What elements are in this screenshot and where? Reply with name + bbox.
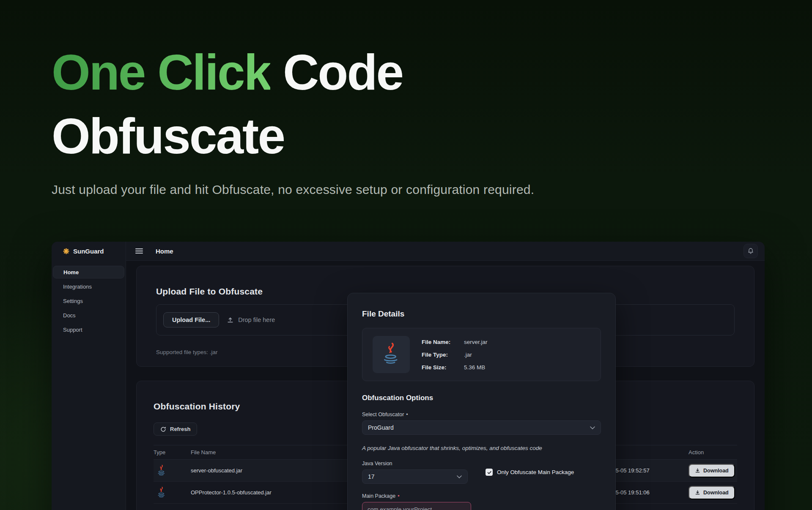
- main-package-label: Main Package •: [362, 493, 601, 499]
- sidebar-item-support[interactable]: Support: [53, 323, 124, 336]
- sidebar-item-label: Home: [63, 269, 79, 275]
- download-label: Download: [703, 490, 729, 496]
- col-action: Action: [689, 449, 737, 455]
- java-version-selected-value: 17: [368, 473, 375, 480]
- brand-name: SunGuard: [73, 248, 104, 255]
- java-icon: [156, 464, 167, 477]
- required-marker: •: [406, 412, 408, 417]
- file-name-value: server.jar: [464, 339, 488, 345]
- download-button[interactable]: Download: [689, 464, 735, 477]
- chevron-down-icon: [590, 426, 595, 429]
- main-package-input[interactable]: [362, 502, 471, 510]
- file-type-badge: [373, 336, 410, 373]
- app-window: SunGuard Home Integrations Settings Docs…: [52, 242, 765, 510]
- sidebar-item-label: Integrations: [63, 284, 92, 290]
- required-marker: •: [398, 493, 399, 499]
- download-icon: [695, 490, 700, 495]
- download-button[interactable]: Download: [689, 486, 735, 499]
- sidebar-item-home[interactable]: Home: [53, 266, 124, 278]
- file-size-value: 5.36 MB: [464, 364, 485, 371]
- hero-section: One Click Code Obfuscate Just upload you…: [52, 41, 534, 197]
- upload-icon: [227, 316, 234, 324]
- sidebar: SunGuard Home Integrations Settings Docs…: [52, 242, 126, 510]
- file-info-rows: File Name:server.jar File Type:.jar File…: [422, 339, 488, 371]
- page-title-accent: One Click: [52, 44, 270, 100]
- file-info-card: File Name:server.jar File Type:.jar File…: [362, 328, 601, 381]
- drop-hint-text: Drop file here: [238, 316, 275, 323]
- obfuscator-select[interactable]: ProGuard: [362, 420, 601, 435]
- sidebar-item-label: Support: [63, 327, 82, 333]
- file-type-value: .jar: [464, 352, 472, 358]
- obfuscator-selected-value: ProGuard: [368, 424, 394, 431]
- bell-icon: [747, 248, 754, 254]
- obfuscator-description: A popular Java obfuscator that shrinks, …: [362, 445, 601, 451]
- sidebar-item-integrations[interactable]: Integrations: [53, 280, 124, 293]
- sidebar-nav: Home Integrations Settings Docs Support: [52, 261, 126, 337]
- only-main-package-checkbox-group[interactable]: Only Obfuscate Main Package: [486, 469, 574, 476]
- java-icon: [156, 486, 167, 499]
- brand: SunGuard: [52, 242, 126, 261]
- sun-icon: [63, 248, 70, 255]
- download-icon: [695, 468, 700, 473]
- sidebar-item-label: Settings: [63, 298, 83, 304]
- menu-icon[interactable]: [135, 248, 143, 254]
- java-version-select[interactable]: 17: [362, 469, 468, 484]
- sidebar-item-docs[interactable]: Docs: [53, 309, 124, 322]
- main-content: Upload File to Obfuscate Upload File... …: [126, 261, 765, 510]
- only-main-package-label: Only Obfuscate Main Package: [497, 469, 574, 475]
- java-version-group: Java Version 17: [362, 451, 468, 484]
- download-label: Download: [703, 468, 729, 474]
- page-subtitle: Just upload your file and hit Obfuscate,…: [52, 183, 534, 197]
- file-name-label: File Name:: [422, 339, 464, 345]
- sidebar-item-label: Docs: [63, 312, 76, 319]
- java-icon: [380, 342, 402, 367]
- file-type-label: File Type:: [422, 352, 464, 358]
- select-obfuscator-label: Select Obfuscator •: [362, 412, 601, 417]
- java-version-row: Java Version 17 Only Obfuscate Main Pack…: [362, 451, 601, 484]
- notifications-button[interactable]: [743, 244, 758, 258]
- drop-hint: Drop file here: [227, 316, 275, 324]
- modal-title: File Details: [362, 309, 601, 319]
- chevron-down-icon: [457, 475, 462, 478]
- checkbox-checked-icon[interactable]: [486, 469, 493, 476]
- file-size-label: File Size:: [422, 364, 464, 371]
- refresh-button[interactable]: Refresh: [154, 423, 197, 436]
- sidebar-item-settings[interactable]: Settings: [53, 295, 124, 307]
- java-version-label: Java Version: [362, 461, 468, 466]
- refresh-icon: [160, 426, 166, 432]
- page-title-rest: Code: [270, 44, 403, 100]
- refresh-label: Refresh: [170, 426, 190, 432]
- obfuscation-options-heading: Obfuscation Options: [362, 394, 601, 402]
- page-title-line2: Obfuscate: [52, 108, 284, 164]
- file-details-modal: File Details File Name:server.jar File T…: [347, 293, 616, 510]
- page-title: One Click Code Obfuscate: [52, 41, 534, 168]
- upload-file-button[interactable]: Upload File...: [163, 312, 219, 327]
- topbar-title: Home: [156, 248, 173, 255]
- col-type: Type: [154, 449, 187, 455]
- topbar: Home: [126, 242, 765, 261]
